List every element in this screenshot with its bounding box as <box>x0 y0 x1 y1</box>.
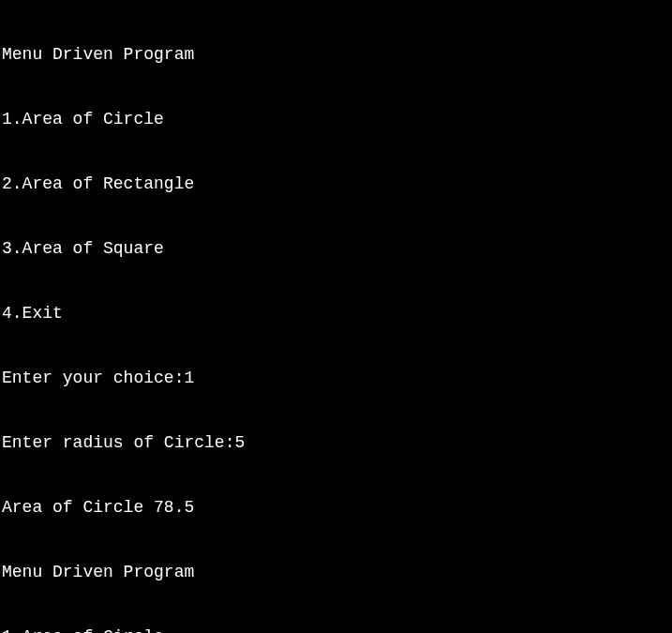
output-line: Enter your choice:1 <box>2 368 670 389</box>
terminal-window[interactable]: Menu Driven Program 1.Area of Circle 2.A… <box>0 0 672 633</box>
output-line: Enter radius of Circle:5 <box>2 432 670 454</box>
output-line: Menu Driven Program <box>2 562 670 583</box>
output-line: 3.Area of Square <box>2 238 670 260</box>
output-line: 4.Exit <box>2 303 670 324</box>
output-line: 1.Area of Circle <box>2 626 670 633</box>
output-line: Area of Circle 78.5 <box>2 497 670 519</box>
output-line: 2.Area of Rectangle <box>2 173 670 195</box>
output-line: Menu Driven Program <box>2 44 670 66</box>
output-line: 1.Area of Circle <box>2 109 670 130</box>
